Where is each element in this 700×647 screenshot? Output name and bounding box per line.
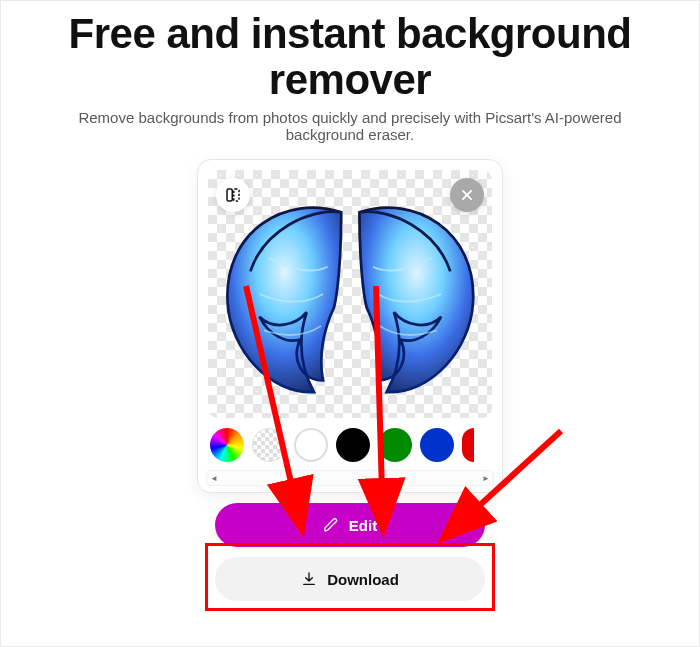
background-swatches <box>198 418 502 470</box>
scroll-left-icon: ◄ <box>207 471 221 485</box>
svg-rect-1 <box>234 189 239 201</box>
download-button-label: Download <box>327 571 399 588</box>
page-subtitle: Remove backgrounds from photos quickly a… <box>41 109 659 143</box>
page: Free and instant background remover Remo… <box>0 0 700 647</box>
edit-button[interactable]: Edit <box>215 503 485 547</box>
wings-illustration <box>214 175 487 413</box>
scroll-right-icon: ► <box>479 471 493 485</box>
swatch-green[interactable] <box>378 428 412 462</box>
close-icon <box>460 188 474 202</box>
edit-button-label: Edit <box>349 517 377 534</box>
result-image <box>208 170 492 418</box>
preview-area <box>198 160 502 418</box>
page-title: Free and instant background remover <box>41 11 659 103</box>
swatch-black[interactable] <box>336 428 370 462</box>
swatch-blue[interactable] <box>420 428 454 462</box>
download-button[interactable]: Download <box>215 557 485 601</box>
pencil-icon <box>323 517 339 533</box>
swatch-white[interactable] <box>294 428 328 462</box>
swatch-color-picker[interactable] <box>210 428 244 462</box>
swatch-red[interactable] <box>462 428 474 462</box>
compare-icon <box>224 186 242 204</box>
svg-rect-0 <box>227 189 232 201</box>
swatch-transparent[interactable] <box>252 428 286 462</box>
swatch-scrollbar[interactable]: ◄ ► <box>206 470 494 486</box>
result-card: ◄ ► <box>197 159 503 493</box>
download-icon <box>301 571 317 587</box>
action-buttons: Edit Download <box>215 503 485 601</box>
